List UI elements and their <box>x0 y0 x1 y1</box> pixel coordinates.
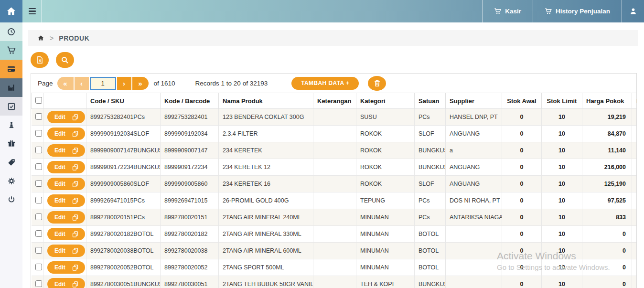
cart-icon <box>545 8 552 15</box>
sidebar-item-member[interactable] <box>0 116 22 134</box>
row-checkbox[interactable] <box>35 163 42 170</box>
edit-button[interactable]: Edit <box>47 178 85 190</box>
nav-item-kasir[interactable]: Kasir <box>482 0 533 22</box>
cell-supplier: ANGUANG <box>446 176 502 192</box>
cell-code-sku: 8992753282401PCs <box>86 109 161 126</box>
sidebar-item-promo[interactable] <box>0 134 22 153</box>
add-data-button[interactable]: TAMBAH DATA + <box>291 77 359 90</box>
cell-stok-awal: 0 <box>502 209 542 226</box>
cell-satuan: BUNGKUS <box>415 142 446 159</box>
cell-stok-limit: 10 <box>542 109 582 126</box>
table-row: Edit 8992780030051BUNGKUS 8992780030051 … <box>32 276 637 288</box>
row-checkbox[interactable] <box>35 230 42 237</box>
breadcrumb-home-icon[interactable] <box>37 34 44 42</box>
user-menu-button[interactable] <box>622 0 644 22</box>
edit-button[interactable]: Edit <box>47 261 85 274</box>
prev-page-button[interactable]: ‹ <box>75 77 89 90</box>
sidebar-item-transaksi[interactable] <box>0 97 22 116</box>
first-page-button[interactable]: « <box>57 77 74 90</box>
edit-button[interactable]: Edit <box>47 144 85 157</box>
edit-button[interactable]: Edit <box>47 228 85 240</box>
table-row: Edit 8999909007147BUNGKUS 8999909007147 … <box>32 142 637 159</box>
row-checkbox[interactable] <box>35 264 42 270</box>
edit-button[interactable]: Edit <box>47 111 85 123</box>
toolbar <box>31 52 644 68</box>
home-button[interactable] <box>0 0 22 22</box>
row-checkbox[interactable] <box>35 197 42 203</box>
edit-button-label: Edit <box>54 197 65 204</box>
edit-button[interactable]: Edit <box>47 194 85 207</box>
edit-button-label: Edit <box>54 114 65 120</box>
export-excel-button[interactable] <box>31 52 49 68</box>
edit-button[interactable]: Edit <box>47 128 85 140</box>
row-checkbox[interactable] <box>35 180 42 187</box>
table-row: Edit 8999909192034SLOF 8999909192034 2.3… <box>32 126 637 142</box>
cell-truncated <box>632 192 637 209</box>
cell-keterangan <box>313 226 356 243</box>
cell-nama-produk: 234 KERETEK 16 <box>219 176 313 192</box>
edit-column-header <box>43 93 86 109</box>
cell-stok-awal: 0 <box>502 126 542 142</box>
column-header-nama-produk: Nama Produk <box>219 93 313 109</box>
cart-icon <box>494 8 501 15</box>
cell-code-sku: 8992780020038BOTOL <box>86 243 161 259</box>
cell-satuan: PCs <box>415 192 446 209</box>
sidebar-item-dashboard[interactable] <box>0 22 22 41</box>
table-row: Edit 8992780020182BOTOL 8992780020182 2T… <box>32 226 637 243</box>
edit-button-label: Edit <box>54 130 65 137</box>
page-number-input[interactable] <box>90 77 116 90</box>
edit-button[interactable]: Edit <box>47 245 85 257</box>
cell-satuan: BOTOL <box>415 226 446 243</box>
edit-button[interactable]: Edit <box>47 278 85 288</box>
search-button[interactable] <box>56 52 74 68</box>
cell-supplier <box>446 226 502 243</box>
sidebar-item-settings[interactable] <box>0 171 22 190</box>
copy-icon <box>72 247 79 255</box>
cell-stok-awal: 0 <box>502 159 542 176</box>
sidebar-item-gudang[interactable] <box>0 78 22 97</box>
copy-icon <box>72 281 79 288</box>
cell-truncated <box>632 176 637 192</box>
cell-supplier: ANTARIKSA NIAGA <box>446 209 502 226</box>
navbar-background: Kasir History Penjualan <box>42 0 644 22</box>
nav-item-history-penjualan[interactable]: History Penjualan <box>533 0 622 22</box>
cell-supplier <box>446 276 502 288</box>
cell-harga-pokok: 0 <box>582 276 632 288</box>
menu-toggle-button[interactable] <box>22 0 42 22</box>
cell-kode-barcode: 8999269471015 <box>161 192 219 209</box>
sidebar-item-produk-active[interactable] <box>0 60 22 78</box>
search-icon <box>61 56 69 64</box>
delete-selected-button[interactable] <box>368 76 386 91</box>
cell-kategori: ROKOK <box>356 126 415 142</box>
cell-kategori: TEH & KOPI <box>356 276 415 288</box>
last-page-button[interactable]: » <box>132 77 149 90</box>
row-checkbox[interactable] <box>35 280 42 287</box>
sidebar-item-harga[interactable] <box>0 153 22 171</box>
sidebar-item-logout[interactable] <box>0 190 22 209</box>
copy-icon <box>72 147 79 154</box>
sidebar-item-penjualan[interactable] <box>0 41 22 60</box>
check-square-icon <box>7 102 16 111</box>
cell-keterangan <box>313 192 356 209</box>
edit-button[interactable]: Edit <box>47 211 85 224</box>
cell-stok-limit: 10 <box>542 259 582 276</box>
edit-button[interactable]: Edit <box>47 161 85 173</box>
edit-button-label: Edit <box>54 147 65 154</box>
cell-stok-limit: 10 <box>542 209 582 226</box>
cell-nama-produk: 26-PROMIL GOLD 400G <box>219 192 313 209</box>
row-checkbox[interactable] <box>35 130 42 137</box>
cell-code-sku: 8992780030051BUNGKUS <box>86 276 161 288</box>
table-row: Edit 8992780020038BOTOL 8992780020038 2T… <box>32 243 637 259</box>
row-checkbox[interactable] <box>35 113 42 120</box>
cell-nama-produk: 234 KERETEK 12 <box>219 159 313 176</box>
product-table: Code / SKU Kode / Barcode Nama Produk Ke… <box>31 93 637 288</box>
next-page-button[interactable]: › <box>117 77 131 90</box>
row-checkbox[interactable] <box>35 213 42 220</box>
nav-item-label: History Penjualan <box>556 8 610 15</box>
row-checkbox[interactable] <box>35 247 42 254</box>
row-checkbox[interactable] <box>35 147 42 153</box>
select-all-checkbox[interactable] <box>35 97 42 104</box>
page-label: Page <box>38 80 53 87</box>
edit-button-label: Edit <box>54 214 65 221</box>
copy-icon <box>72 130 79 138</box>
